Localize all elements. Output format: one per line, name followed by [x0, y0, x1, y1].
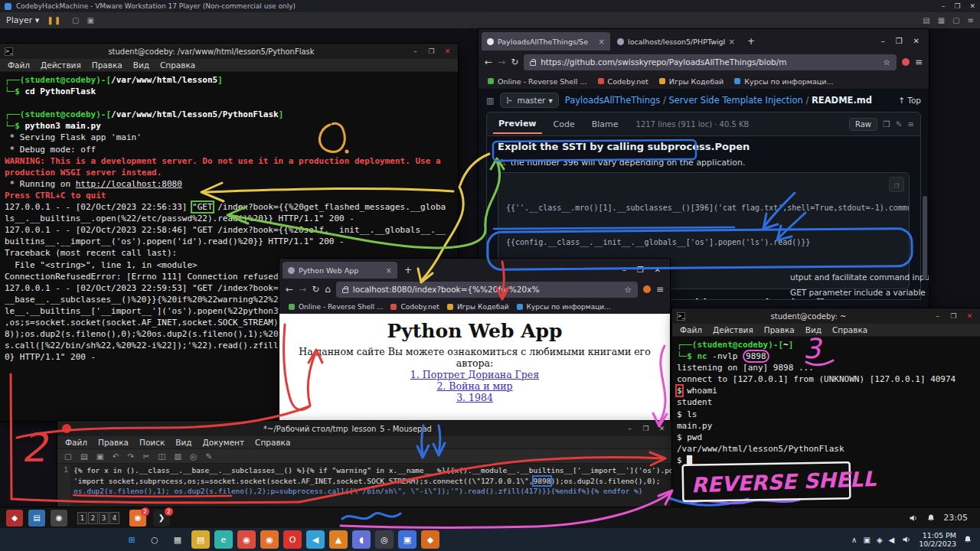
- close-button[interactable]: ✕: [656, 425, 668, 432]
- library-icon[interactable]: ▤: [923, 16, 929, 24]
- menu-item[interactable]: Вид: [170, 438, 197, 447]
- menu-item[interactable]: Файл: [2, 60, 35, 70]
- start-button[interactable]: ⊞: [122, 530, 141, 549]
- back-button[interactable]: ←: [286, 284, 293, 295]
- menu-item[interactable]: Действия: [35, 60, 87, 70]
- menu-item[interactable]: Справка: [250, 438, 296, 447]
- opera-icon[interactable]: O: [283, 530, 302, 549]
- workspace-button[interactable]: 2: [88, 512, 98, 524]
- bookmark-item[interactable]: Курсы по информаци...: [734, 77, 833, 86]
- menu-item[interactable]: Действия: [707, 325, 759, 334]
- undo-icon[interactable]: ↶: [113, 452, 119, 461]
- close-button[interactable]: ✕: [655, 266, 661, 274]
- new-tab-button[interactable]: +: [742, 36, 760, 47]
- task-view-icon[interactable]: ▦: [168, 530, 187, 549]
- find-icon[interactable]: ◎: [190, 452, 197, 461]
- bookmark-item[interactable]: Codeby.net: [598, 77, 648, 86]
- browser-menu-icon[interactable]: ≡: [656, 284, 664, 295]
- browser-menu-icon[interactable]: ≡: [915, 57, 923, 67]
- edge-icon[interactable]: e: [214, 530, 233, 549]
- menu-item[interactable]: Справка: [827, 325, 873, 334]
- minimize-button[interactable]: –: [932, 312, 943, 320]
- home-button[interactable]: ⌂: [325, 284, 331, 295]
- pause-vm-icon[interactable]: ❚❚: [47, 16, 61, 24]
- maximize-button[interactable]: ❐: [954, 2, 960, 10]
- maximize-button[interactable]: ❐: [640, 425, 652, 432]
- close-button[interactable]: ✕: [964, 312, 975, 320]
- forward-button[interactable]: →: [498, 57, 505, 67]
- menu-item[interactable]: Вид: [800, 325, 827, 334]
- tab-blame[interactable]: Blame: [586, 116, 624, 133]
- extension-icon[interactable]: [643, 285, 651, 293]
- bookmark-item[interactable]: Online - Reverse Shell ...: [488, 77, 587, 86]
- branch-selector[interactable]: master ▾: [500, 93, 558, 108]
- minimize-button[interactable]: –: [410, 47, 421, 55]
- forward-button[interactable]: →: [299, 284, 306, 295]
- burp-suite-icon[interactable]: ◆: [421, 530, 439, 549]
- search-icon[interactable]: ○: [145, 530, 164, 549]
- book-link[interactable]: 1. Портрет Дориана Грея: [279, 369, 670, 380]
- bookmark-item[interactable]: Игры Кодебай: [447, 303, 509, 311]
- tray-network-icon[interactable]: ◈: [877, 536, 883, 544]
- editor-body[interactable]: 1 {% for x in ().__class__.__base__.__su…: [57, 464, 672, 506]
- obs-icon[interactable]: ◎: [375, 530, 394, 549]
- copy-icon[interactable]: ❐: [883, 119, 890, 129]
- menu-item[interactable]: Файл: [675, 325, 707, 334]
- maximize-button[interactable]: ❐: [426, 47, 437, 55]
- redo-icon[interactable]: ↷: [128, 452, 135, 461]
- scrollbar-thumb[interactable]: [923, 196, 927, 280]
- workspace-button[interactable]: 4: [109, 512, 119, 524]
- terminal-icon[interactable]: ❯ 2: [153, 510, 170, 527]
- file-manager-icon[interactable]: ▤: [28, 510, 45, 527]
- host-clock[interactable]: 11:05 PM 10/2/2023: [919, 531, 956, 548]
- discord-icon[interactable]: ◖: [352, 530, 371, 549]
- file-tree-icon[interactable]: ▥: [486, 96, 494, 106]
- bookmark-item[interactable]: Online - Reverse Shell ...: [289, 303, 383, 311]
- maximize-button[interactable]: ❐: [896, 37, 903, 45]
- tab-python-web-app[interactable]: Python Web App ×: [283, 262, 397, 279]
- vm-clock[interactable]: 23:05: [943, 513, 968, 523]
- menu-item[interactable]: Правка: [93, 438, 134, 447]
- terminal-titlebar[interactable]: >_ student@codeby: /var/www/html/lesson5…: [0, 44, 458, 59]
- tab-code[interactable]: Code: [548, 116, 580, 133]
- url-bar[interactable]: https://github.com/swisskyrepo/PayloadsA…: [524, 54, 897, 70]
- extension-icon[interactable]: [902, 58, 910, 66]
- close-button[interactable]: ✕: [442, 47, 453, 55]
- workspace-button[interactable]: 3: [99, 512, 109, 524]
- raw-button[interactable]: Raw: [849, 118, 877, 131]
- breadcrumb-folder[interactable]: Server Side Template Injection: [668, 95, 802, 106]
- vmware-icon[interactable]: ▣: [398, 530, 416, 549]
- bookmark-item[interactable]: Курсы по информаци...: [517, 303, 611, 311]
- minimize-button[interactable]: –: [942, 2, 946, 10]
- copy-code-button[interactable]: ❐: [889, 177, 904, 192]
- file-explorer-icon[interactable]: ▤: [191, 530, 210, 549]
- tray-volume-icon[interactable]: ◀: [889, 536, 895, 544]
- reload-button[interactable]: ↻: [312, 284, 319, 295]
- close-tab-icon[interactable]: ×: [599, 37, 605, 46]
- menu-item[interactable]: Файл: [60, 438, 93, 447]
- book-link[interactable]: 3. 1984: [279, 392, 670, 403]
- volume-icon[interactable]: [901, 535, 912, 544]
- menu-item[interactable]: Правка: [87, 60, 128, 70]
- bookmark-star-icon[interactable]: ☆: [884, 57, 890, 67]
- bookmark-item[interactable]: Игры Кодебай: [659, 77, 724, 86]
- tab-localhost-phptwig[interactable]: localhost/lesson5/PHPTwigIn ×: [612, 32, 740, 51]
- close-tab-icon[interactable]: ×: [729, 37, 735, 46]
- tray-chevron-icon[interactable]: ∧: [851, 536, 857, 544]
- terminal-output[interactable]: ┌──(student@codeby)-[~]└─$ nc -nvlp 9898…: [672, 337, 980, 507]
- back-button[interactable]: ←: [485, 57, 492, 67]
- back-to-top-link[interactable]: ↑ Top: [898, 96, 921, 105]
- web-browser-icon[interactable]: ◉: [51, 510, 67, 527]
- save-file-icon[interactable]: ▣: [96, 452, 104, 461]
- bookmark-star-icon[interactable]: ☆: [625, 285, 632, 294]
- menu-item[interactable]: Правка: [759, 325, 800, 334]
- tray-vmware-icon[interactable]: ▣: [863, 536, 870, 544]
- tab-preview[interactable]: Preview: [493, 115, 542, 134]
- bookmark-item[interactable]: Codeby.net: [390, 303, 439, 311]
- send-ctrl-alt-del-icon[interactable]: ▢: [72, 16, 79, 24]
- open-file-icon[interactable]: ▤: [80, 452, 88, 461]
- minimize-button[interactable]: –: [624, 425, 635, 432]
- close-button[interactable]: ✕: [913, 37, 920, 45]
- menu-item[interactable]: Документ: [198, 438, 250, 447]
- breadcrumb-repo[interactable]: PayloadsAllTheThings: [565, 95, 661, 106]
